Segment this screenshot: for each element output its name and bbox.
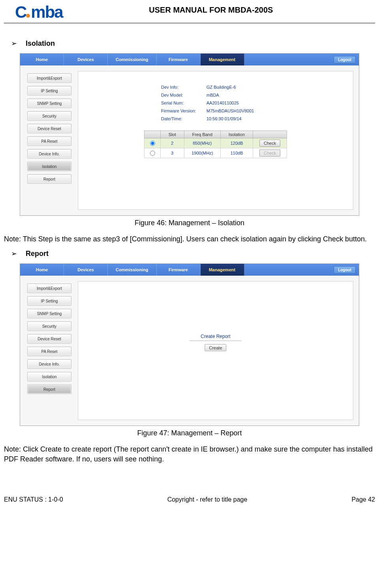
cell-band: 1900(MHz) <box>184 148 220 158</box>
tab-devices[interactable]: Devices <box>64 264 108 276</box>
tab-management[interactable]: Management <box>201 54 244 65</box>
th-freq-band: Freq Band <box>184 131 220 138</box>
heading-text: Isolation <box>26 39 55 48</box>
sidebar-item-report[interactable]: Report <box>27 385 71 394</box>
sidebar-item-device-reset[interactable]: Device Reset <box>27 334 71 343</box>
value-firmware-version: M75mBDAUSH10V8001 <box>206 107 254 115</box>
sidebar-item-snmp-setting[interactable]: SNMP Setting <box>27 99 71 108</box>
tab-commissioning[interactable]: Commissioning <box>108 264 157 276</box>
tab-management[interactable]: Management <box>201 264 244 276</box>
figure-47-caption: Figure 47: Management – Report <box>4 429 375 437</box>
value-dev-model: mBDA <box>206 91 219 99</box>
cell-band: 850(MHz) <box>184 138 220 148</box>
page-footer: ENU STATUS : 1-0-0 Copyright - refer to … <box>4 495 375 503</box>
divider <box>4 23 375 23</box>
note-isolation: Note: This Step is the same as step3 of … <box>4 234 375 244</box>
sidebar-item-isolation[interactable]: Isolation <box>27 162 71 171</box>
sidebar-item-device-info[interactable]: Device Info. <box>27 359 71 369</box>
label-dev-model: Dev Model: <box>161 91 206 99</box>
sidebar-item-pa-reset[interactable]: PA Reset <box>27 347 71 356</box>
cell-slot: 3 <box>160 148 184 158</box>
slot-radio[interactable] <box>150 151 155 156</box>
label-dev-info: Dev Info: <box>161 83 206 91</box>
tab-commissioning[interactable]: Commissioning <box>108 54 157 65</box>
table-row: 3 1900(MHz) 110dB Check <box>144 148 287 158</box>
note-report: Note: Click Create to create report (The… <box>4 444 375 464</box>
th-isolation: Isolation <box>221 131 253 138</box>
device-info-block: Dev Info:GZ BuildingE-6 Dev Model:mBDA S… <box>161 83 353 123</box>
heading-text: Report <box>26 250 49 258</box>
sidebar-item-report[interactable]: Report <box>27 174 71 184</box>
create-report-box: Create Report Create <box>190 334 241 351</box>
sidebar: Import&Export IP Setting SNMP Setting Se… <box>20 65 75 215</box>
tab-firmware[interactable]: Firmware <box>157 264 201 276</box>
sidebar-item-import-export[interactable]: Import&Export <box>27 73 71 83</box>
isolation-table: Slot Freq Band Isolation 2 850(MHz) 120d… <box>144 131 287 158</box>
sidebar-item-device-info[interactable]: Device Info. <box>27 149 71 159</box>
sidebar-item-security[interactable]: Security <box>27 321 71 331</box>
tab-firmware[interactable]: Firmware <box>157 54 201 65</box>
create-report-title: Create Report <box>190 334 241 341</box>
heading-report: ➢ Report <box>11 249 375 258</box>
main-panel-report: Create Report Create <box>78 281 353 420</box>
value-serial-num: AA20140110025 <box>206 99 239 107</box>
footer-left: ENU STATUS : 1-0-0 <box>4 496 63 503</box>
sidebar-item-snmp-setting[interactable]: SNMP Setting <box>27 309 71 318</box>
tab-home[interactable]: Home <box>20 264 64 276</box>
heading-isolation: ➢ Isolation <box>11 39 375 48</box>
tab-devices[interactable]: Devices <box>64 54 108 65</box>
value-date-time: 10:56:30 01/09/14 <box>206 115 242 123</box>
label-date-time: Date/Time: <box>161 115 206 123</box>
sidebar-item-pa-reset[interactable]: PA Reset <box>27 136 71 146</box>
value-dev-info: GZ BuildingE-6 <box>206 83 236 91</box>
logout-button[interactable]: Logout <box>334 266 356 274</box>
create-button[interactable]: Create <box>205 344 226 351</box>
cell-isolation: 120dB <box>221 138 253 148</box>
label-firmware-version: Firmware Version: <box>161 107 206 115</box>
table-row: 2 850(MHz) 120dB Check <box>144 138 287 148</box>
check-button[interactable]: Check <box>259 140 280 147</box>
sidebar-item-device-reset[interactable]: Device Reset <box>27 124 71 133</box>
figure-46: Home Devices Commissioning Firmware Mana… <box>20 53 359 216</box>
sidebar-item-import-export[interactable]: Import&Export <box>27 284 71 293</box>
bullet-icon: ➢ <box>11 39 17 48</box>
logout-button[interactable]: Logout <box>334 56 356 63</box>
slot-radio[interactable] <box>150 141 155 146</box>
sidebar: Import&Export IP Setting SNMP Setting Se… <box>20 276 75 426</box>
sidebar-item-security[interactable]: Security <box>27 111 71 121</box>
footer-right: Page 42 <box>351 496 375 503</box>
main-panel-isolation: Dev Info:GZ BuildingE-6 Dev Model:mBDA S… <box>78 71 353 210</box>
sidebar-item-ip-setting[interactable]: IP Setting <box>27 86 71 95</box>
label-serial-num: Serial Num: <box>161 99 206 107</box>
top-nav: Home Devices Commissioning Firmware Mana… <box>20 54 359 65</box>
check-button: Check <box>259 149 280 157</box>
footer-center: Copyright - refer to title page <box>167 496 248 503</box>
figure-46-caption: Figure 46: Management – Isolation <box>4 219 375 227</box>
tab-home[interactable]: Home <box>20 54 64 65</box>
sidebar-item-ip-setting[interactable]: IP Setting <box>27 296 71 306</box>
cell-isolation: 110dB <box>221 148 253 158</box>
cell-slot: 2 <box>160 138 184 148</box>
doc-title: USER MANUAL FOR MBDA-200S <box>47 6 375 15</box>
table-header-row: Slot Freq Band Isolation <box>144 131 287 138</box>
figure-47: Home Devices Commissioning Firmware Mana… <box>20 263 359 426</box>
top-nav: Home Devices Commissioning Firmware Mana… <box>20 264 359 276</box>
th-action <box>253 131 287 138</box>
bullet-icon: ➢ <box>11 249 17 258</box>
th-slot: Slot <box>160 131 184 138</box>
sidebar-item-isolation[interactable]: Isolation <box>27 372 71 381</box>
th-radio <box>144 131 160 138</box>
